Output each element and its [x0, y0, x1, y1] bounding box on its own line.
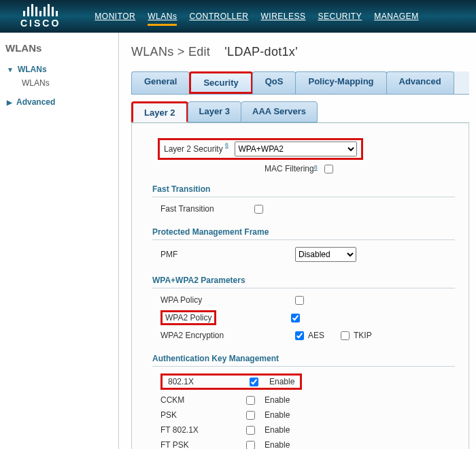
wpa-policy-label: WPA Policy — [160, 295, 249, 305]
tab-row: General Security QoS Policy-Mapping Adva… — [131, 71, 469, 95]
wpa-policy-checkbox[interactable] — [295, 296, 304, 305]
tkip-label: TKIP — [354, 331, 372, 340]
cckm-label: CCKM — [160, 395, 241, 405]
highlight-dot1x: 802.1X Enable — [160, 373, 302, 390]
cckm-enable-label: Enable — [265, 395, 290, 405]
ft-psk-checkbox[interactable] — [246, 441, 255, 450]
layer2-security-row: Layer 2 Security 6 WPA+WPA2 — [152, 138, 455, 160]
tab-security[interactable]: Security — [189, 71, 252, 94]
dot1x-row: 802.1X Enable — [152, 371, 455, 393]
nav-management[interactable]: MANAGEM — [374, 12, 419, 29]
sidebar-item-wlans[interactable]: WLANs — [4, 78, 114, 88]
tab-advanced[interactable]: Advanced — [386, 71, 454, 94]
top-bar: CISCO MONITOR WLANs CONTROLLER WIRELESS … — [0, 0, 476, 33]
wpa2-policy-label: WPA2 Policy — [165, 313, 211, 322]
sidebar-item-advanced[interactable]: ▶ Advanced — [4, 95, 114, 110]
nav-controller[interactable]: CONTROLLER — [189, 12, 248, 29]
footnote-6[interactable]: 6 — [225, 142, 228, 148]
ft-psk-label: FT PSK — [160, 440, 241, 449]
breadcrumb: WLANs > Edit 'LDAP-dot1x' — [131, 45, 469, 59]
footnote-8[interactable]: 8 — [314, 164, 318, 171]
wpa-policy-row: WPA Policy — [152, 293, 455, 307]
tab-policy-mapping[interactable]: Policy-Mapping — [295, 71, 386, 94]
form-area: Layer 2 Security 6 WPA+WPA2 MAC Filterin… — [131, 123, 469, 449]
subtab-layer2[interactable]: Layer 2 — [131, 101, 188, 122]
cisco-logo: CISCO — [0, 3, 81, 29]
psk-label: PSK — [160, 410, 241, 420]
tkip-checkbox[interactable] — [341, 331, 350, 340]
section-fast-transition: Fast Transition — [152, 180, 455, 197]
sidebar: WLANs ▼ WLANs WLANs ▶ Advanced — [0, 33, 119, 449]
psk-row: PSK Enable — [152, 408, 455, 422]
section-wpa-params: WPA+WPA2 Parameters — [152, 271, 455, 288]
psk-checkbox[interactable] — [246, 411, 255, 420]
dot1x-checkbox[interactable] — [250, 378, 258, 386]
mac-filtering-checkbox[interactable] — [324, 165, 333, 173]
wpa2-encryption-label: WPA2 Encryption — [160, 331, 249, 340]
mac-filtering-row: MAC Filtering8 — [152, 164, 455, 173]
content: WLANs > Edit 'LDAP-dot1x' General Securi… — [119, 33, 476, 449]
wpa2-policy-checkbox[interactable] — [291, 314, 300, 322]
dot1x-label: 802.1X — [168, 377, 243, 386]
breadcrumb-name: 'LDAP-dot1x' — [224, 45, 298, 59]
pmf-select[interactable]: Disabled — [295, 247, 356, 262]
layer2-security-select[interactable]: WPA+WPA2 — [235, 142, 357, 156]
nav-monitor[interactable]: MONITOR — [95, 12, 135, 29]
subtab-row: Layer 2 Layer 3 AAA Servers — [131, 101, 469, 123]
nav-wlans[interactable]: WLANs — [148, 12, 177, 29]
main-layout: WLANs ▼ WLANs WLANs ▶ Advanced WLANs > E… — [0, 33, 476, 449]
highlight-wpa2-policy: WPA2 Policy — [160, 310, 216, 325]
section-akm: Authentication Key Management — [152, 350, 455, 367]
fast-transition-checkbox[interactable] — [254, 205, 263, 214]
cckm-checkbox[interactable] — [246, 396, 255, 405]
section-pmf: Protected Management Frame — [152, 223, 455, 240]
fast-transition-label: Fast Transition — [160, 204, 249, 214]
nav-wireless[interactable]: WIRELESS — [260, 12, 305, 29]
sidebar-item-wlans-group[interactable]: ▼ WLANs — [4, 62, 114, 77]
aes-label: AES — [308, 331, 324, 340]
cisco-logo-text: CISCO — [20, 18, 61, 29]
psk-enable-label: Enable — [265, 410, 290, 420]
sidebar-title: WLANs — [5, 42, 113, 54]
sidebar-item-label: Advanced — [16, 97, 55, 107]
tab-general[interactable]: General — [131, 71, 190, 94]
highlight-layer2-security: Layer 2 Security 6 WPA+WPA2 — [158, 138, 363, 160]
subtab-layer3[interactable]: Layer 3 — [188, 101, 242, 122]
subtab-aaa-servers[interactable]: AAA Servers — [241, 101, 318, 122]
nav-security[interactable]: SECURITY — [318, 12, 362, 29]
cisco-logo-bars — [23, 3, 58, 16]
pmf-row: PMF Disabled — [152, 244, 455, 265]
pmf-label: PMF — [160, 250, 249, 259]
wpa2-policy-row: WPA2 Policy — [152, 307, 455, 328]
ft-dot1x-label: FT 802.1X — [160, 425, 241, 435]
sidebar-item-label: WLANs — [18, 65, 47, 74]
aes-checkbox[interactable] — [295, 331, 304, 340]
breadcrumb-section: WLANs > Edit — [131, 45, 210, 59]
tab-qos[interactable]: QoS — [252, 71, 296, 94]
ft-dot1x-enable-label: Enable — [265, 425, 290, 435]
fast-transition-row: Fast Transition — [152, 201, 455, 216]
cckm-row: CCKM Enable — [152, 393, 455, 408]
ft-dot1x-row: FT 802.1X Enable — [152, 422, 455, 437]
mac-filtering-label: MAC Filtering8 — [265, 164, 318, 173]
dot1x-enable-label: Enable — [269, 377, 294, 386]
ft-psk-enable-label: Enable — [265, 440, 290, 449]
chevron-down-icon: ▼ — [7, 66, 14, 73]
chevron-right-icon: ▶ — [7, 99, 12, 106]
ft-dot1x-checkbox[interactable] — [246, 426, 255, 435]
top-nav: MONITOR WLANs CONTROLLER WIRELESS SECURI… — [95, 12, 418, 29]
ft-psk-row: FT PSK Enable — [152, 437, 455, 449]
layer2-security-label: Layer 2 Security 6 — [164, 144, 231, 154]
wpa2-encryption-row: WPA2 Encryption AES TKIP — [152, 328, 455, 343]
